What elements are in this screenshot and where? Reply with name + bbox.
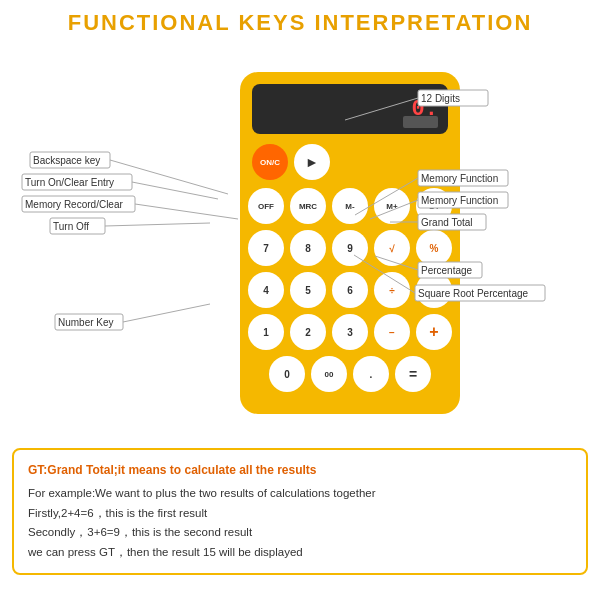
mrc-button[interactable]: MRC (290, 188, 326, 224)
page-title: FUNCTIONAL KEYS INTERPRETATION (0, 0, 600, 42)
svg-rect-2 (30, 152, 110, 168)
svg-line-9 (105, 223, 210, 226)
calc-display: 0. (252, 84, 448, 134)
btn-dot[interactable]: . (353, 356, 389, 392)
btn-4[interactable]: 4 (248, 272, 284, 308)
label-turn-on-clear: Turn On/Clear Entry (25, 177, 114, 188)
btn-0[interactable]: 0 (269, 356, 305, 392)
m-plus-button[interactable]: M+ (374, 188, 410, 224)
label-number-key: Number Key (58, 317, 114, 328)
info-title: GT:Grand Total;it means to calculate all… (28, 460, 572, 480)
svg-line-11 (123, 304, 210, 322)
svg-line-7 (135, 204, 238, 219)
svg-rect-6 (22, 196, 135, 212)
svg-line-3 (110, 160, 228, 194)
svg-line-5 (132, 182, 218, 199)
info-line-3: Secondly，3+6=9，this is the second result (28, 523, 572, 543)
btn-5[interactable]: 5 (290, 272, 326, 308)
solar-panel (403, 116, 438, 128)
btn-sqrt[interactable]: √ (374, 230, 410, 266)
svg-rect-10 (55, 314, 123, 330)
btn-1[interactable]: 1 (248, 314, 284, 350)
btn-6[interactable]: 6 (332, 272, 368, 308)
off-button[interactable]: OFF (248, 188, 284, 224)
btn-7[interactable]: 7 (248, 230, 284, 266)
btn-minus[interactable]: − (374, 314, 410, 350)
btn-8[interactable]: 8 (290, 230, 326, 266)
btn-percent[interactable]: % (416, 230, 452, 266)
btn-divide[interactable]: ÷ (374, 272, 410, 308)
arrow-button[interactable]: ► (294, 144, 330, 180)
svg-rect-8 (50, 218, 105, 234)
btn-2[interactable]: 2 (290, 314, 326, 350)
btn-9[interactable]: 9 (332, 230, 368, 266)
btn-00[interactable]: 00 (311, 356, 347, 392)
btn-plus[interactable]: + (416, 314, 452, 350)
calculator-body: 0. ON/C ► OFF MRC M- M+ GT 7 8 9 √ % 4 5 (240, 72, 460, 414)
m-minus-button[interactable]: M- (332, 188, 368, 224)
btn-3[interactable]: 3 (332, 314, 368, 350)
label-memory-record: Memory Record/Clear (25, 199, 123, 210)
svg-rect-4 (22, 174, 132, 190)
info-box: GT:Grand Total;it means to calculate all… (12, 448, 588, 575)
info-line-1: For example:We want to plus the two resu… (28, 484, 572, 504)
info-line-4: we can press GT，then the result 15 will … (28, 543, 572, 563)
label-backspace-key: Backspace key (33, 155, 100, 166)
gt-button[interactable]: GT (416, 188, 452, 224)
info-line-2: Firstly,2+4=6，this is the first result (28, 504, 572, 524)
label-turn-off: Turn Off (53, 221, 89, 232)
btn-equals[interactable]: = (395, 356, 431, 392)
on-clear-button[interactable]: ON/C (252, 144, 288, 180)
btn-multiply[interactable]: × (416, 272, 452, 308)
